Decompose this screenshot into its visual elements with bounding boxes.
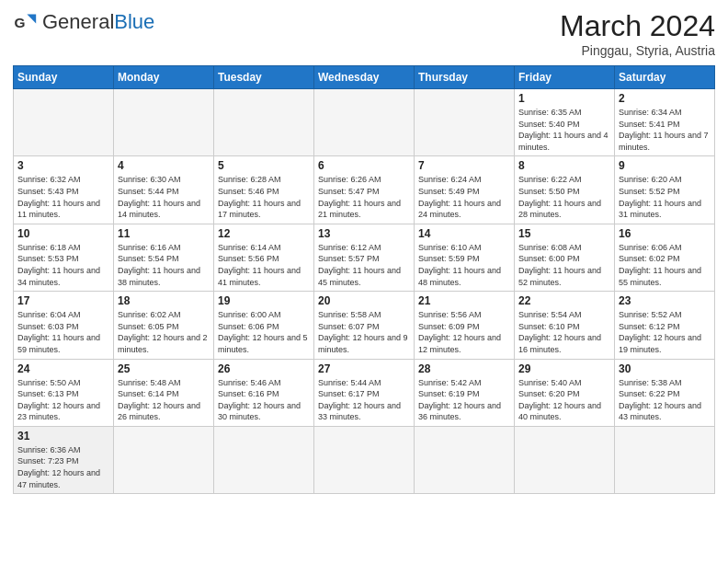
day-info: Sunrise: 6:02 AM Sunset: 6:05 PM Dayligh… [118,309,210,355]
calendar-cell [214,426,314,493]
calendar-cell: 21Sunrise: 5:56 AM Sunset: 6:09 PM Dayli… [415,292,515,359]
calendar-cell: 10Sunrise: 6:18 AM Sunset: 5:53 PM Dayli… [14,224,114,291]
week-row-3: 10Sunrise: 6:18 AM Sunset: 5:53 PM Dayli… [14,224,715,291]
day-number: 27 [318,362,410,375]
weekday-header-wednesday: Wednesday [314,66,415,89]
calendar-cell: 22Sunrise: 5:54 AM Sunset: 6:10 PM Dayli… [515,292,615,359]
day-number: 23 [619,294,711,307]
day-info: Sunrise: 6:34 AM Sunset: 5:41 PM Dayligh… [619,107,711,153]
day-info: Sunrise: 6:00 AM Sunset: 6:06 PM Dayligh… [218,309,310,355]
calendar-cell: 20Sunrise: 5:58 AM Sunset: 6:07 PM Dayli… [314,292,415,359]
weekday-header-saturday: Saturday [615,66,715,89]
header: G GeneralBlue March 2024 Pinggau, Styria… [13,9,715,58]
calendar-cell: 15Sunrise: 6:08 AM Sunset: 6:00 PM Dayli… [515,224,615,291]
day-number: 14 [418,227,510,240]
day-number: 21 [418,294,510,307]
day-info: Sunrise: 6:16 AM Sunset: 5:54 PM Dayligh… [118,242,210,288]
svg-marker-1 [27,15,36,24]
calendar-cell: 19Sunrise: 6:00 AM Sunset: 6:06 PM Dayli… [214,292,314,359]
calendar-cell: 7Sunrise: 6:24 AM Sunset: 5:49 PM Daylig… [415,156,515,224]
day-info: Sunrise: 5:46 AM Sunset: 6:16 PM Dayligh… [218,377,310,423]
day-number: 9 [619,159,711,172]
calendar-cell: 9Sunrise: 6:20 AM Sunset: 5:52 PM Daylig… [615,156,715,224]
day-number: 3 [17,159,109,172]
calendar-cell: 27Sunrise: 5:44 AM Sunset: 6:17 PM Dayli… [314,359,415,426]
day-info: Sunrise: 6:06 AM Sunset: 6:02 PM Dayligh… [619,242,711,288]
day-number: 10 [17,227,109,240]
weekday-header-monday: Monday [114,66,214,89]
weekday-header-row: SundayMondayTuesdayWednesdayThursdayFrid… [14,66,715,89]
calendar-cell: 11Sunrise: 6:16 AM Sunset: 5:54 PM Dayli… [114,224,214,291]
calendar-cell: 2Sunrise: 6:34 AM Sunset: 5:41 PM Daylig… [615,89,715,156]
logo-icon: G [13,9,39,35]
day-number: 19 [218,294,310,307]
day-number: 5 [218,159,310,172]
week-row-1: 1Sunrise: 6:35 AM Sunset: 5:40 PM Daylig… [14,89,715,156]
day-number: 29 [518,362,610,375]
page: G GeneralBlue March 2024 Pinggau, Styria… [0,0,728,563]
day-number: 24 [17,362,109,375]
day-number: 22 [518,294,610,307]
day-number: 26 [218,362,310,375]
day-info: Sunrise: 6:20 AM Sunset: 5:52 PM Dayligh… [619,174,711,220]
day-info: Sunrise: 6:12 AM Sunset: 5:57 PM Dayligh… [318,242,410,288]
day-info: Sunrise: 6:36 AM Sunset: 7:23 PM Dayligh… [17,444,109,490]
day-info: Sunrise: 6:08 AM Sunset: 6:00 PM Dayligh… [518,242,610,288]
day-number: 31 [17,430,109,442]
day-number: 13 [318,227,410,240]
calendar-cell [214,89,314,156]
calendar-cell: 23Sunrise: 5:52 AM Sunset: 6:12 PM Dayli… [615,292,715,359]
calendar-cell: 14Sunrise: 6:10 AM Sunset: 5:59 PM Dayli… [415,224,515,291]
calendar-cell [314,426,415,493]
calendar-cell: 29Sunrise: 5:40 AM Sunset: 6:20 PM Dayli… [515,359,615,426]
day-info: Sunrise: 6:32 AM Sunset: 5:43 PM Dayligh… [17,174,109,220]
calendar-cell: 25Sunrise: 5:48 AM Sunset: 6:14 PM Dayli… [114,359,214,426]
day-info: Sunrise: 6:30 AM Sunset: 5:44 PM Dayligh… [118,174,210,220]
calendar-cell [415,426,515,493]
title-block: March 2024 Pinggau, Styria, Austria [560,9,715,58]
calendar-cell: 26Sunrise: 5:46 AM Sunset: 6:16 PM Dayli… [214,359,314,426]
day-number: 18 [118,294,210,307]
calendar-cell: 4Sunrise: 6:30 AM Sunset: 5:44 PM Daylig… [114,156,214,224]
day-number: 11 [118,227,210,240]
calendar-cell: 6Sunrise: 6:26 AM Sunset: 5:47 PM Daylig… [314,156,415,224]
day-info: Sunrise: 6:18 AM Sunset: 5:53 PM Dayligh… [17,242,109,288]
logo-text: GeneralBlue [42,10,154,33]
calendar-cell: 24Sunrise: 5:50 AM Sunset: 6:13 PM Dayli… [14,359,114,426]
week-row-2: 3Sunrise: 6:32 AM Sunset: 5:43 PM Daylig… [14,156,715,224]
calendar-cell: 1Sunrise: 6:35 AM Sunset: 5:40 PM Daylig… [515,89,615,156]
day-info: Sunrise: 6:22 AM Sunset: 5:50 PM Dayligh… [518,174,610,220]
calendar-cell: 17Sunrise: 6:04 AM Sunset: 6:03 PM Dayli… [14,292,114,359]
day-info: Sunrise: 5:56 AM Sunset: 6:09 PM Dayligh… [418,309,510,355]
day-info: Sunrise: 5:42 AM Sunset: 6:19 PM Dayligh… [418,377,510,423]
day-info: Sunrise: 5:38 AM Sunset: 6:22 PM Dayligh… [619,377,711,423]
day-info: Sunrise: 6:14 AM Sunset: 5:56 PM Dayligh… [218,242,310,288]
day-number: 25 [118,362,210,375]
calendar-cell [615,426,715,493]
day-info: Sunrise: 5:50 AM Sunset: 6:13 PM Dayligh… [17,377,109,423]
day-number: 30 [619,362,711,375]
day-number: 20 [318,294,410,307]
day-info: Sunrise: 6:10 AM Sunset: 5:59 PM Dayligh… [418,242,510,288]
calendar-cell: 30Sunrise: 5:38 AM Sunset: 6:22 PM Dayli… [615,359,715,426]
week-row-6: 31Sunrise: 6:36 AM Sunset: 7:23 PM Dayli… [14,426,715,493]
week-row-5: 24Sunrise: 5:50 AM Sunset: 6:13 PM Dayli… [14,359,715,426]
day-info: Sunrise: 6:26 AM Sunset: 5:47 PM Dayligh… [318,174,410,220]
day-number: 1 [518,92,610,105]
weekday-header-thursday: Thursday [415,66,515,89]
week-row-4: 17Sunrise: 6:04 AM Sunset: 6:03 PM Dayli… [14,292,715,359]
calendar-cell [415,89,515,156]
calendar-cell: 12Sunrise: 6:14 AM Sunset: 5:56 PM Dayli… [214,224,314,291]
weekday-header-friday: Friday [515,66,615,89]
calendar-cell [314,89,415,156]
calendar-cell: 28Sunrise: 5:42 AM Sunset: 6:19 PM Dayli… [415,359,515,426]
day-number: 12 [218,227,310,240]
calendar-cell: 31Sunrise: 6:36 AM Sunset: 7:23 PM Dayli… [14,426,114,493]
day-info: Sunrise: 6:28 AM Sunset: 5:46 PM Dayligh… [218,174,310,220]
calendar-cell: 5Sunrise: 6:28 AM Sunset: 5:46 PM Daylig… [214,156,314,224]
calendar-cell: 8Sunrise: 6:22 AM Sunset: 5:50 PM Daylig… [515,156,615,224]
calendar-cell [515,426,615,493]
day-number: 16 [619,227,711,240]
calendar: SundayMondayTuesdayWednesdayThursdayFrid… [13,65,715,494]
weekday-header-sunday: Sunday [14,66,114,89]
